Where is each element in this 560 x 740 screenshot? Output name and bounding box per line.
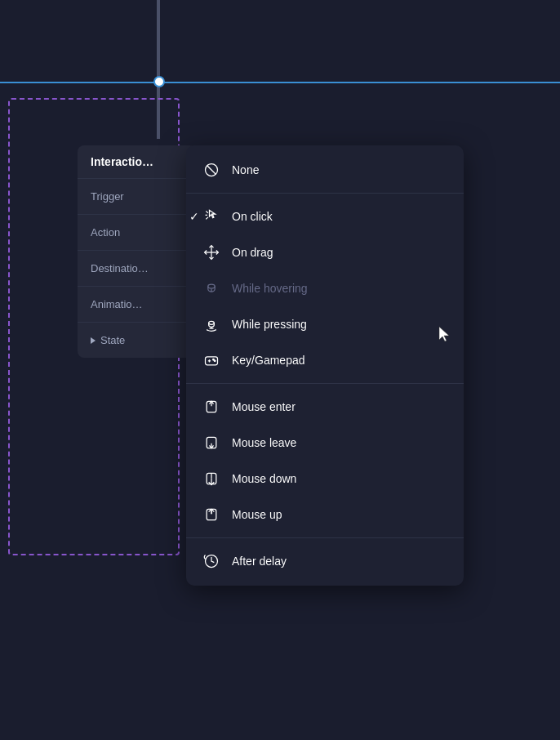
mouse-up-icon [202, 506, 220, 524]
dropdown-item-while-pressing[interactable]: While pressing [186, 306, 464, 342]
dropdown-item-mouse-enter[interactable]: Mouse enter [186, 389, 464, 425]
dropdown-item-on-click[interactable]: ✓ On click [186, 198, 464, 234]
state-label: State [100, 334, 125, 346]
drag-icon [202, 243, 220, 261]
checkmark-icon: ✓ [189, 210, 199, 223]
dropdown-item-after-delay[interactable]: After delay [186, 543, 464, 579]
press-icon [202, 315, 220, 333]
dropdown-item-key-gamepad[interactable]: Key/Gamepad [186, 342, 464, 378]
cursor-arrow-icon [438, 325, 454, 345]
destination-row[interactable]: Destinatio… [78, 251, 196, 287]
after-delay-label: After delay [232, 555, 287, 568]
dropdown-item-mouse-down[interactable]: Mouse down [186, 461, 464, 497]
interaction-panel: Interactio… Trigger Action Destinatio… A… [78, 145, 196, 358]
click-icon [202, 207, 220, 225]
divider-3 [186, 537, 464, 538]
chevron-right-icon [91, 337, 96, 344]
mouse-enter-icon [202, 398, 220, 416]
none-label: None [232, 163, 259, 176]
while-pressing-label: While pressing [232, 318, 307, 331]
dropdown-item-mouse-up[interactable]: Mouse up [186, 497, 464, 533]
divider-1 [186, 193, 464, 194]
svg-line-2 [206, 211, 208, 213]
hover-icon [202, 279, 220, 297]
dropdown-item-on-drag[interactable]: On drag [186, 234, 464, 270]
svg-point-13 [213, 359, 215, 360]
while-hovering-label: While hovering [232, 282, 308, 295]
mouse-leave-icon [202, 434, 220, 452]
animation-row[interactable]: Animatio… [78, 287, 196, 323]
gamepad-icon [202, 351, 220, 369]
divider-2 [186, 383, 464, 384]
svg-line-1 [207, 166, 216, 175]
ban-icon [202, 161, 220, 179]
dropdown-item-mouse-leave[interactable]: Mouse leave [186, 425, 464, 461]
mouse-leave-label: Mouse leave [232, 436, 296, 449]
svg-point-7 [208, 284, 215, 288]
dropdown-item-while-hovering[interactable]: While hovering [186, 270, 464, 306]
action-row[interactable]: Action [78, 215, 196, 251]
trigger-dropdown: None ✓ On click On drag [186, 145, 464, 586]
mouse-down-label: Mouse down [232, 472, 296, 485]
mouse-down-icon [202, 470, 220, 488]
svg-point-9 [209, 321, 215, 324]
mouse-enter-label: Mouse enter [232, 400, 296, 413]
delay-icon [202, 552, 220, 570]
timeline-dot [153, 76, 165, 87]
svg-point-14 [214, 360, 216, 362]
state-row[interactable]: State [78, 323, 196, 358]
dropdown-item-none[interactable]: None [186, 152, 464, 188]
mouse-up-label: Mouse up [232, 508, 282, 521]
key-gamepad-label: Key/Gamepad [232, 354, 305, 367]
svg-line-4 [206, 217, 208, 220]
on-click-label: On click [232, 210, 273, 223]
panel-header: Interactio… [78, 145, 196, 179]
on-drag-label: On drag [232, 246, 273, 259]
timeline-track [0, 82, 560, 83]
trigger-row[interactable]: Trigger [78, 179, 196, 215]
